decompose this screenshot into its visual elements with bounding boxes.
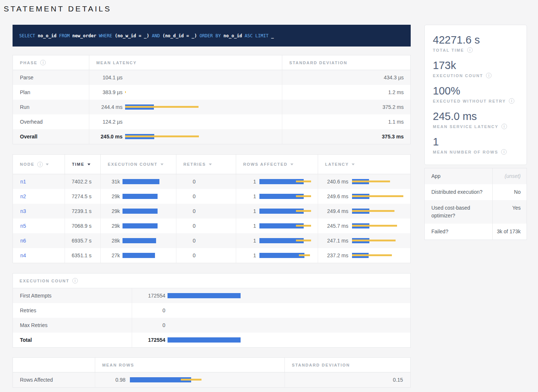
cell-value: 0 bbox=[176, 208, 196, 214]
info-icon[interactable]: i bbox=[486, 73, 492, 78]
node-cell: n5 bbox=[13, 219, 65, 233]
stddev-header-cell: STANDARD DEVIATION bbox=[282, 55, 411, 70]
sql-identifier: no_o_id bbox=[223, 33, 242, 38]
node-link[interactable]: n2 bbox=[20, 193, 26, 199]
sql-identifier: _ bbox=[271, 33, 274, 38]
column-header-label: LATENCY bbox=[325, 162, 349, 166]
rows-affected-cell: 1 bbox=[236, 204, 318, 219]
sort-descending-icon bbox=[87, 164, 90, 165]
execution-count-cell: 31k bbox=[100, 174, 176, 189]
node-cell: n4 bbox=[13, 248, 65, 263]
cell-value: 172554 bbox=[132, 337, 165, 343]
stat-label: MEAN SERVICE LATENCYi bbox=[433, 124, 518, 129]
sql-keyword: LIMIT bbox=[255, 33, 269, 38]
node-row: n17402.2 s31k01240.6 ms bbox=[13, 174, 410, 189]
node-col-header-time[interactable]: TIME bbox=[65, 155, 100, 174]
latency-cell: 240.6 ms bbox=[318, 174, 411, 189]
node-col-header-execution-count[interactable]: EXECUTION COUNT bbox=[100, 155, 176, 174]
node-col-header-retries[interactable]: RETRIES bbox=[176, 155, 236, 174]
info-icon[interactable]: i bbox=[37, 162, 43, 167]
page-title: STATEMENT DETAILS bbox=[4, 4, 538, 13]
node-row: n37239.1 s29k01249.4 ms bbox=[13, 204, 410, 219]
node-table-header: NODEiTIMEEXECUTION COUNTRETRIESROWS AFFE… bbox=[13, 155, 410, 174]
cell-value: 6935.7 s bbox=[72, 238, 92, 244]
execution-count-table-body: First Attempts172554Retries0Max Retries0… bbox=[13, 288, 410, 347]
cell-value: 237.2 ms bbox=[318, 252, 348, 258]
cell-value: 247.1 ms bbox=[318, 238, 348, 244]
cell-value: 0.15 bbox=[393, 377, 403, 383]
bar-chart bbox=[168, 308, 389, 313]
cell-value: 28k bbox=[101, 238, 120, 244]
sql-keyword: ORDER BY bbox=[200, 33, 221, 38]
info-icon[interactable]: i bbox=[467, 47, 473, 53]
rows-affected-body: Rows Affected0.980.15 bbox=[13, 372, 410, 387]
column-header-label: NODE bbox=[20, 162, 34, 166]
bar-chart bbox=[125, 119, 199, 124]
retries-cell: 0 bbox=[176, 248, 236, 263]
node-col-header-latency[interactable]: LATENCY bbox=[318, 155, 411, 174]
bar-chart bbox=[130, 377, 283, 382]
rows-affected-cell: 1 bbox=[236, 189, 318, 204]
stddev-cell: 0.15 bbox=[284, 372, 410, 387]
phase-name-cell: Plan bbox=[13, 85, 89, 100]
node-cell: n2 bbox=[13, 189, 65, 204]
sql-keyword: WHERE bbox=[99, 33, 112, 38]
node-link[interactable]: n6 bbox=[20, 238, 26, 244]
bar-chart bbox=[259, 209, 315, 214]
attribute-row: Failed?3k of 173k bbox=[425, 224, 527, 240]
stat-value: 100% bbox=[433, 85, 518, 97]
column-header-label: TIME bbox=[72, 162, 85, 166]
attribute-label: App bbox=[425, 168, 492, 184]
node-link[interactable]: n4 bbox=[20, 252, 26, 258]
phase-row: Parse104.1 µs434.3 µs bbox=[13, 70, 410, 85]
bar-stddev bbox=[299, 254, 310, 256]
retries-cell: 0 bbox=[176, 189, 236, 204]
node-col-header-node[interactable]: NODEi bbox=[13, 155, 65, 174]
stddev-header-label: STANDARD DEVIATION bbox=[289, 61, 347, 65]
sql-keyword: AND bbox=[152, 33, 160, 38]
stat-label: EXECUTION COUNTi bbox=[433, 73, 518, 78]
bar-mean bbox=[168, 337, 241, 343]
cell-value: 0 bbox=[176, 179, 196, 185]
node-link[interactable]: n5 bbox=[20, 223, 26, 229]
node-link[interactable]: n3 bbox=[20, 208, 26, 214]
node-row: n46351.1 s27k01237.2 ms bbox=[13, 248, 410, 263]
rows-affected-table: MEAN ROWS STANDARD DEVIATION Rows Affect… bbox=[13, 357, 411, 388]
execution-count-cell: 29k bbox=[100, 219, 176, 233]
info-icon[interactable]: i bbox=[501, 149, 507, 155]
bar-mean bbox=[123, 209, 158, 214]
info-icon[interactable]: i bbox=[501, 124, 507, 129]
cell-value: 0 bbox=[132, 307, 165, 313]
bar-chart bbox=[352, 253, 406, 258]
bar-stddev bbox=[296, 195, 311, 197]
time-cell: 6351.1 s bbox=[65, 248, 100, 263]
node-col-header-rows-affected[interactable]: ROWS AFFECTED bbox=[236, 155, 318, 174]
bar-mean bbox=[123, 179, 159, 184]
phase-name-cell: Parse bbox=[13, 70, 89, 85]
info-icon[interactable]: i bbox=[72, 278, 78, 283]
count-cell: 172554 bbox=[132, 333, 410, 347]
sql-identifier: = bbox=[186, 33, 189, 38]
execution-count-row: Retries0 bbox=[13, 303, 410, 318]
cell-value: 434.3 µs bbox=[384, 75, 404, 80]
node-link[interactable]: n1 bbox=[20, 179, 26, 185]
cell-value: 7239.1 s bbox=[72, 208, 92, 214]
bar-chart bbox=[125, 75, 199, 80]
info-icon[interactable]: i bbox=[40, 60, 46, 65]
sort-descending-icon bbox=[209, 164, 212, 165]
attribute-value: 3k of 173k bbox=[492, 224, 527, 240]
summary-stat: 173kEXECUTION COUNTi bbox=[433, 59, 518, 78]
sql-keyword: ASC bbox=[245, 33, 253, 38]
sql-identifier: = bbox=[139, 33, 141, 38]
info-icon[interactable]: i bbox=[509, 98, 514, 104]
node-table-body: n17402.2 s31k01240.6 msn27274.5 s29k0124… bbox=[13, 174, 410, 263]
sql-identifier: _) bbox=[144, 33, 149, 38]
bar-stddev bbox=[181, 379, 201, 381]
time-cell: 7402.2 s bbox=[65, 174, 100, 189]
attribute-label: Used cost-based optimizer? bbox=[425, 200, 492, 224]
node-cell: n1 bbox=[13, 174, 65, 189]
cell-value: 249.4 ms bbox=[318, 208, 348, 214]
summary-stat: 100%EXECUTED WITHOUT RETRYi bbox=[433, 85, 518, 104]
rows-affected-header: MEAN ROWS STANDARD DEVIATION bbox=[13, 358, 410, 372]
bar-mean bbox=[259, 253, 304, 258]
